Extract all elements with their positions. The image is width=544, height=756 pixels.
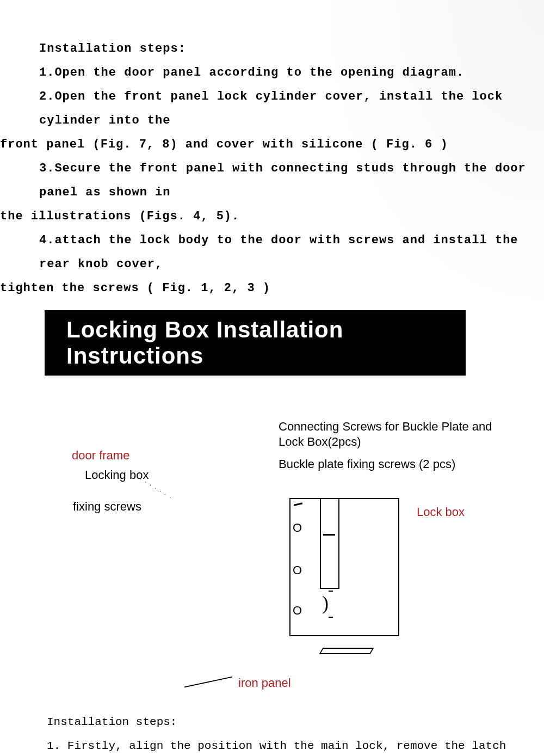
dash-mark-icon [323, 534, 335, 536]
label-buckle-plate: Buckle plate fixing screws (2 pcs) [279, 457, 455, 471]
top-step-4-line1: 4.attach the lock body to the door with … [0, 229, 544, 276]
top-steps-heading: Installation steps: [0, 37, 544, 61]
bottom-installation-steps: Installation steps: 1. Firstly, align th… [0, 713, 544, 756]
label-door-frame: door frame [72, 448, 129, 463]
screw-hole-icon: O [293, 563, 302, 577]
screw-hole-icon: O [293, 604, 302, 618]
section-banner: Locking Box Installation Instructions [45, 310, 466, 376]
dash-mark-icon [294, 502, 302, 506]
screw-hole-icon: O [293, 521, 302, 535]
dashed-arrow-icon: · · · · · · · [138, 475, 174, 502]
label-fixing-screws: fixing screws [73, 500, 141, 514]
top-step-2-line1: 2.Open the front panel lock cylinder cov… [0, 85, 544, 133]
dash-mark-icon [329, 591, 333, 592]
top-step-2-line2: front panel (Fig. 7, 8) and cover with s… [0, 133, 544, 157]
top-step-3-line2: the illustrations (Figs. 4, 5). [0, 205, 544, 229]
label-lock-box: Lock box [417, 505, 465, 519]
lockbox-diagram: O O O ) [289, 498, 399, 636]
lockbox-inner-rect [320, 499, 339, 589]
top-step-4-line2: tighten the screws ( Fig. 1, 2, 3 ) [0, 276, 544, 300]
bottom-steps-heading: Installation steps: [47, 713, 511, 732]
dash-mark-icon [329, 617, 333, 618]
diagram-area: Connecting Screws for Buckle Plate and L… [0, 408, 544, 713]
iron-panel-shape-icon [319, 648, 374, 654]
label-connecting-screws: Connecting Screws for Buckle Plate and L… [279, 419, 496, 449]
bottom-step-1: 1. Firstly, align the position with the … [47, 737, 511, 756]
latch-arc-icon: ) [322, 592, 329, 614]
top-installation-steps: Installation steps: 1.Open the door pane… [0, 37, 544, 300]
label-iron-panel: iron panel [238, 676, 291, 690]
iron-panel-leader-line [184, 677, 232, 688]
top-step-1: 1.Open the door panel according to the o… [0, 61, 544, 85]
top-step-3-line1: 3.Secure the front panel with connecting… [0, 157, 544, 205]
content-wrapper: Installation steps: 1.Open the door pane… [0, 0, 544, 756]
